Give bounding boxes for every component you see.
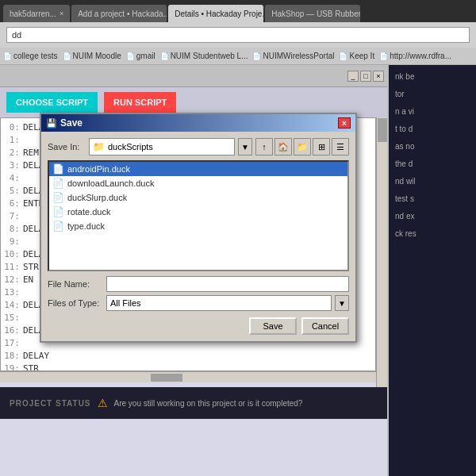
vertical-scrollbar[interactable]: [376, 117, 387, 387]
bookmark-4-icon: 📄: [252, 52, 261, 60]
file-icon-2: 📄: [52, 192, 64, 203]
script-line: 19:STR: [4, 363, 372, 371]
toolbar-icon-up[interactable]: ↑: [255, 138, 273, 155]
bookmark-1-icon: 📄: [63, 52, 71, 60]
bookmark-0-label: college tests: [13, 52, 58, 60]
line-number: 13:: [4, 286, 20, 299]
right-panel-text-9: ck res: [395, 228, 470, 240]
bookmark-1[interactable]: 📄 NUIM Moodle: [63, 52, 121, 60]
tab-0-close[interactable]: ×: [60, 10, 63, 17]
tab-2-label: Details • Hackaday Proje...: [175, 10, 263, 18]
file-item-0[interactable]: 📄 androidPin.duck: [49, 162, 347, 176]
tab-3[interactable]: HakShop — USB Rubber... ×: [265, 5, 360, 22]
project-status-message: Are you still working on this project or…: [114, 399, 303, 408]
file-icon-0: 📄: [52, 163, 64, 175]
filename-row: File Name:: [48, 276, 349, 292]
line-number: 17:: [4, 337, 20, 350]
save-button[interactable]: Save: [249, 317, 297, 335]
dialog-titlebar: 💾 Save ×: [41, 114, 355, 132]
bookmark-2-label: gmail: [136, 52, 155, 60]
filename-input[interactable]: [106, 276, 349, 292]
bookmark-6[interactable]: 📄 http://www.rdfra...: [379, 52, 451, 60]
toolbar-icon-home[interactable]: 🏠: [274, 138, 292, 155]
toolbar-icon-grid[interactable]: ⊞: [313, 138, 330, 155]
line-number: 4:: [4, 172, 20, 185]
bookmark-3[interactable]: 📄 NUIM Studentweb L...: [160, 52, 248, 60]
tab-1[interactable]: Add a project • Hackada... ×: [71, 5, 167, 22]
tab-bar: hak5darren... × Add a project • Hackada.…: [0, 0, 476, 22]
file-item-4[interactable]: 📄 type.duck: [49, 219, 347, 233]
file-item-3[interactable]: 📄 rotate.duck: [49, 205, 347, 219]
filetype-select[interactable]: All Files: [106, 295, 332, 311]
bookmark-3-label: NUIM Studentweb L...: [171, 52, 248, 60]
bookmark-4-label: NUIMWirelessPortal: [263, 52, 334, 60]
bookmark-0[interactable]: 📄 college tests: [3, 52, 58, 60]
maximize-button[interactable]: □: [360, 71, 371, 82]
file-icon-4: 📄: [52, 221, 64, 232]
choose-script-button[interactable]: CHOOSE SCRIPT: [6, 92, 98, 113]
bookmarks-bar: 📄 college tests 📄 NUIM Moodle 📄 gmail 📄 …: [0, 48, 476, 65]
folder-icon: 📁: [93, 141, 105, 152]
dialog-title-left: 💾 Save: [46, 117, 83, 129]
line-number: 14:: [4, 299, 20, 312]
right-panel-text-8: nd ex: [395, 211, 470, 222]
toolbar-icon-folder[interactable]: 📁: [294, 138, 311, 155]
line-number: 10:: [4, 248, 20, 261]
bookmark-1-label: NUIM Moodle: [73, 52, 121, 60]
line-number: 6:: [4, 198, 20, 210]
horizontal-scrollbar[interactable]: [0, 371, 376, 382]
bookmark-4[interactable]: 📄 NUIMWirelessPortal: [252, 52, 334, 60]
bookmark-2[interactable]: 📄 gmail: [126, 52, 155, 60]
line-code: EN: [23, 274, 33, 285]
filetype-row: Files of Type: All Files ▼: [48, 295, 349, 311]
cancel-button[interactable]: Cancel: [301, 317, 349, 335]
right-panel: nk be tor n a vi t to d as no the d nd w…: [389, 65, 476, 476]
filename-label: File Name:: [48, 279, 103, 289]
dialog-buttons: Save Cancel: [48, 317, 349, 335]
save-in-row: Save In: 📁 duckScripts ▼ ↑ 🏠 📁 ⊞ ☰: [48, 138, 349, 155]
minimize-button[interactable]: _: [347, 71, 359, 82]
toolbar-icons: ↑ 🏠 📁 ⊞ ☰: [255, 138, 349, 155]
project-status-label: PROJECT STATUS: [10, 399, 91, 408]
right-panel-text-0: nk be: [395, 71, 470, 83]
save-in-select[interactable]: 📁 duckScripts: [89, 138, 235, 155]
filetype-label: Files of Type:: [48, 298, 103, 308]
save-in-dropdown-arrow[interactable]: ▼: [238, 138, 252, 155]
bookmark-0-icon: 📄: [3, 52, 12, 60]
status-warning-icon: ⚠: [98, 397, 108, 409]
line-number: 7:: [4, 210, 20, 223]
bookmark-5[interactable]: 📄 Keep It: [339, 52, 374, 60]
tab-1-label: Add a project • Hackada...: [78, 10, 167, 18]
tab-2[interactable]: Details • Hackaday Proje... ×: [168, 5, 263, 22]
line-number: 9:: [4, 236, 20, 248]
dialog-close-button[interactable]: ×: [338, 117, 351, 129]
bookmark-5-label: Keep It: [349, 52, 374, 60]
address-bar: [0, 22, 476, 48]
tab-0[interactable]: hak5darren... ×: [3, 5, 70, 22]
right-panel-text-4: as no: [395, 141, 470, 152]
run-script-button[interactable]: RUN SCRIPT: [104, 92, 176, 113]
bookmark-5-icon: 📄: [339, 52, 347, 60]
file-name-3: rotate.duck: [67, 207, 110, 217]
address-input[interactable]: [6, 27, 470, 43]
right-panel-text-2: n a vi: [395, 106, 470, 117]
line-number: 1:: [4, 134, 20, 147]
line-code: STR: [23, 262, 39, 272]
line-number: 8:: [4, 223, 20, 236]
line-number: 18:: [4, 350, 20, 363]
line-number: 11:: [4, 261, 20, 274]
tab-0-label: hak5darren...: [10, 10, 56, 18]
dialog-body: Save In: 📁 duckScripts ▼ ↑ 🏠 📁 ⊞ ☰ 📄: [41, 132, 355, 341]
line-number: 3:: [4, 159, 20, 172]
filetype-dropdown-arrow[interactable]: ▼: [335, 295, 349, 311]
toolbar-icon-list[interactable]: ☰: [332, 138, 349, 155]
right-panel-text-7: test s: [395, 194, 470, 205]
vertical-scrollbar-thumb[interactable]: [378, 118, 387, 142]
close-window-button[interactable]: ×: [373, 71, 384, 82]
file-item-2[interactable]: 📄 duckSlurp.duck: [49, 190, 347, 205]
dialog-title-text: Save: [60, 117, 83, 129]
file-item-1[interactable]: 📄 downloadLaunch.duck: [49, 176, 347, 190]
bookmark-6-label: http://www.rdfra...: [390, 52, 451, 60]
file-name-0: androidPin.duck: [67, 164, 130, 174]
horizontal-scrollbar-thumb[interactable]: [151, 374, 182, 382]
